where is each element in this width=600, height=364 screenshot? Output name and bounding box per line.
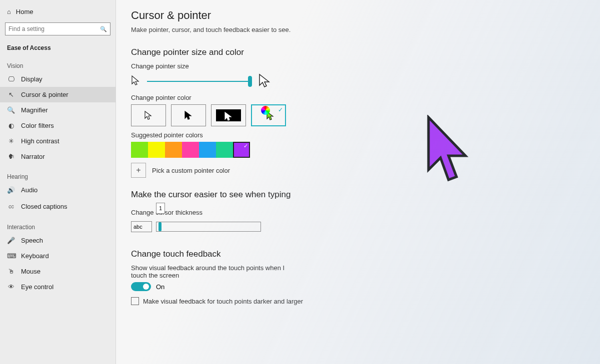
nav-icon: ◐ [7,122,15,129]
nav-item-keyboard[interactable]: ⌨Keyboard [0,248,116,264]
color-swatch[interactable] [182,142,199,158]
nav-icon: 🗣 [7,153,15,160]
section-title: Ease of Access [0,39,116,53]
giant-cursor-preview [424,115,468,187]
pointer-color-option-white[interactable] [131,104,166,126]
nav-item-label: Speech [21,237,43,244]
touch-feedback-toggle[interactable] [131,282,151,291]
nav-icon: 👁 [7,283,15,291]
nav-item-label: Audio [21,186,38,194]
nav-item-narrator[interactable]: 🗣Narrator [0,149,116,164]
nav-icon: ✳ [7,137,15,145]
search-icon: 🔍 [100,26,107,32]
nav-icon: ㏄ [7,202,15,211]
cursor-preview-box: abc [131,221,152,232]
color-swatch[interactable] [131,142,148,158]
nav-item-label: Magnifier [21,106,48,114]
pick-custom-color-label: Pick a custom pointer color [152,167,230,174]
nav-item-label: Display [21,75,42,83]
pointer-color-option-black[interactable] [171,104,206,126]
pointer-size-slider[interactable] [147,76,252,86]
pick-custom-color-button[interactable]: + [131,163,146,178]
cursor-thickness-label: Change cursor thickness [131,209,202,216]
nav-group-label: Hearing [0,164,116,182]
page-subtitle: Make pointer, cursor, and touch feedback… [131,26,585,33]
color-swatch[interactable] [165,142,182,158]
section-pointer-heading: Change pointer size and color [131,47,585,57]
nav-item-display[interactable]: 🖵Display [0,71,116,87]
thickness-value-tooltip: 1 [156,203,165,214]
suggested-colors-label: Suggested pointer colors [131,131,585,139]
search-box[interactable]: 🔍 [5,22,110,35]
nav-item-label: Closed captions [21,203,68,210]
touch-show-label: Show visual feedback around the touch po… [131,264,301,279]
section-touch-heading: Change touch feedback [131,249,585,259]
touch-darker-label: Make visual feedback for touch points da… [143,298,303,305]
settings-sidebar: ⌂ Home 🔍 Ease of Access Vision🖵Display↖C… [0,0,116,364]
nav-item-audio[interactable]: 🔊Audio [0,182,116,198]
nav-group-label: Interaction [0,215,116,233]
settings-content: Cursor & pointer Make pointer, cursor, a… [116,0,600,364]
nav-icon: ⌨ [7,252,15,260]
nav-icon: ↖ [7,91,15,98]
color-swatch[interactable] [148,142,165,158]
nav-item-label: Mouse [21,268,40,275]
nav-icon: 🖱 [7,268,15,275]
nav-item-mouse[interactable]: 🖱Mouse [0,264,116,279]
toggle-state-label: On [156,283,164,291]
page-title: Cursor & pointer [131,9,585,22]
nav-item-cursor-pointer[interactable]: ↖Cursor & pointer [0,87,116,102]
touch-darker-checkbox[interactable] [131,297,139,305]
color-swatch[interactable] [216,142,233,158]
search-input[interactable] [8,25,100,32]
nav-item-label: High contrast [21,137,60,145]
nav-item-eye-control[interactable]: 👁Eye control [0,279,116,295]
home-label: Home [16,8,34,15]
big-cursor-icon [258,73,272,90]
home-button[interactable]: ⌂ Home [0,5,116,18]
nav-item-label: Eye control [21,283,54,291]
nav-icon: 🔊 [7,186,15,194]
nav-item-speech[interactable]: 🎤Speech [0,233,116,248]
nav-item-label: Color filters [21,122,54,129]
nav-item-magnifier[interactable]: 🔍Magnifier [0,102,116,118]
nav-item-closed-captions[interactable]: ㏄Closed captions [0,198,116,215]
nav-icon: 🎤 [7,237,15,244]
section-cursor-heading: Make the cursor easier to see when typin… [131,190,585,200]
color-swatch[interactable] [199,142,216,158]
nav-item-label: Keyboard [21,252,49,260]
small-cursor-icon [131,75,141,88]
pointer-color-option-inverted[interactable] [211,104,246,126]
nav-item-high-contrast[interactable]: ✳High contrast [0,133,116,149]
pointer-color-label: Change pointer color [131,94,585,101]
pointer-color-option-custom[interactable]: ✓ [251,104,286,126]
color-swatch[interactable] [233,142,250,158]
nav-icon: 🖵 [7,75,15,83]
nav-item-label: Cursor & pointer [21,91,68,98]
nav-icon: 🔍 [7,106,15,114]
pointer-size-label: Change pointer size [131,62,585,70]
nav-item-color-filters[interactable]: ◐Color filters [0,118,116,133]
nav-item-label: Narrator [21,153,45,160]
nav-group-label: Vision [0,53,116,71]
home-icon: ⌂ [7,8,11,15]
cursor-thickness-slider[interactable] [156,222,261,232]
